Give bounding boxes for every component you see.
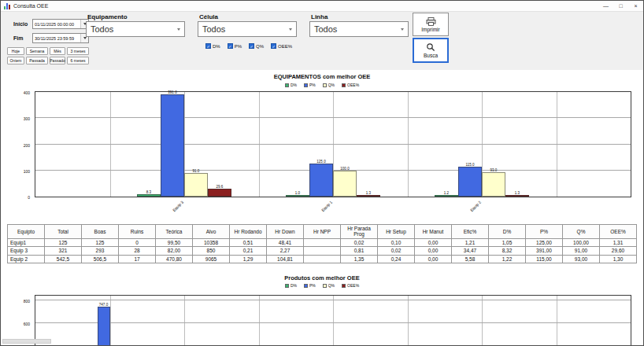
column-header[interactable]: Total xyxy=(45,225,82,239)
table-cell[interactable]: 93,00 xyxy=(563,255,600,263)
table-cell[interactable]: 17 xyxy=(119,255,156,263)
column-header[interactable]: P% xyxy=(526,225,563,239)
column-header[interactable]: Equipto xyxy=(8,225,45,239)
quick-range-button-6-meses[interactable]: 6 meses xyxy=(67,57,89,64)
legend-label: P% xyxy=(309,83,316,87)
table-cell[interactable]: 0,00 xyxy=(415,255,452,263)
table-cell[interactable]: 542,5 xyxy=(45,255,82,263)
table-cell[interactable]: 0,24 xyxy=(378,255,415,263)
table-cell[interactable]: 29,60 xyxy=(600,247,637,255)
table-cell[interactable]: 850 xyxy=(193,247,230,255)
table-cell[interactable]: 0,81 xyxy=(341,247,378,255)
column-header[interactable]: Q% xyxy=(563,225,600,239)
column-header[interactable]: Hr NPP xyxy=(304,225,341,239)
table-cell[interactable]: 99,50 xyxy=(156,238,193,246)
table-cell[interactable]: 104,81 xyxy=(267,255,304,263)
table-cell[interactable]: 5,58 xyxy=(452,255,489,263)
checkbox-icon: ✓ xyxy=(271,43,276,49)
quick-range-button-mês[interactable]: Mês xyxy=(50,47,65,55)
table-cell[interactable]: 0,00 xyxy=(415,247,452,255)
quick-range-button-3-meses[interactable]: 3 meses xyxy=(67,47,89,55)
table-cell[interactable]: 1,22 xyxy=(489,255,526,263)
column-header[interactable]: Hr Parada Prog xyxy=(341,225,378,239)
checkbox-p[interactable]: ✓P% xyxy=(228,43,242,49)
legend-label: OEE% xyxy=(347,83,359,87)
fim-date-input[interactable]: 30/11/2025 23:59:59 xyxy=(32,33,89,43)
table-cell[interactable]: 1,31 xyxy=(600,238,637,246)
table-cell[interactable]: 8,32 xyxy=(489,247,526,255)
column-header[interactable]: D% xyxy=(489,225,526,239)
bar-slot xyxy=(197,296,209,346)
table-cell[interactable] xyxy=(304,247,341,255)
celula-select[interactable]: Todos xyxy=(198,21,297,37)
table-cell[interactable]: 293 xyxy=(82,247,119,255)
quick-range-button-passado[interactable]: Passado xyxy=(50,57,65,64)
table-cell[interactable]: 0 xyxy=(119,238,156,246)
table-cell[interactable]: 2,27 xyxy=(267,247,304,255)
table-cell[interactable]: 28 xyxy=(119,247,156,255)
table-cell[interactable] xyxy=(304,255,341,263)
bar-slot: 125.0 xyxy=(309,92,333,197)
table-cell[interactable]: 0,02 xyxy=(378,247,415,255)
table-cell[interactable]: 34,47 xyxy=(452,247,489,255)
table-cell[interactable]: 9065 xyxy=(193,255,230,263)
column-header[interactable]: Ruins xyxy=(119,225,156,239)
horizontal-scrollbar[interactable] xyxy=(2,339,51,344)
table-cell[interactable]: 0,51 xyxy=(230,238,267,246)
table-cell[interactable]: 115,00 xyxy=(526,255,563,263)
bar-slot xyxy=(159,296,172,346)
column-header[interactable]: Hr Down xyxy=(267,225,304,239)
table-cell[interactable]: 0,10 xyxy=(378,238,415,246)
table-cell[interactable]: 470,80 xyxy=(156,255,193,263)
table-cell[interactable]: 48,41 xyxy=(267,238,304,246)
table-cell[interactable]: 125,00 xyxy=(526,238,563,246)
column-header[interactable]: Hr Setup xyxy=(378,225,415,239)
table-cell[interactable]: 321 xyxy=(45,247,82,255)
linha-select[interactable]: Todos xyxy=(309,21,409,37)
close-button[interactable]: × xyxy=(628,1,643,11)
checkbox-d[interactable]: ✓D% xyxy=(205,43,220,49)
minimize-button[interactable]: — xyxy=(598,1,613,11)
column-header[interactable]: Alvo xyxy=(193,225,230,239)
table-cell[interactable]: 125 xyxy=(82,238,119,246)
table-cell[interactable]: Equip 2 xyxy=(8,255,45,263)
column-header[interactable]: Hr Manut xyxy=(415,225,452,239)
quick-range-button-semana[interactable]: Semana xyxy=(26,47,48,55)
vertical-gridline xyxy=(259,92,260,197)
maximize-button[interactable]: □ xyxy=(613,1,628,11)
checkbox-oee[interactable]: ✓OEE% xyxy=(271,43,292,49)
table-cell[interactable]: 1,21 xyxy=(452,238,489,246)
table-cell[interactable]: Equip 3 xyxy=(8,247,45,255)
table-cell[interactable]: 1,29 xyxy=(230,255,267,263)
quick-range-button-hoje[interactable]: Hoje xyxy=(7,47,24,55)
quick-range-button-passada[interactable]: Passada xyxy=(26,57,48,64)
column-header[interactable]: Boas xyxy=(82,225,119,239)
table-cell[interactable]: Equip1 xyxy=(8,238,45,246)
table-cell[interactable]: 0,02 xyxy=(341,238,378,246)
column-header[interactable]: OEE% xyxy=(600,225,637,239)
table-cell[interactable]: 82,00 xyxy=(156,247,193,255)
table-cell[interactable]: 1,05 xyxy=(489,238,526,246)
table-cell[interactable]: 91,00 xyxy=(563,247,600,255)
quick-range-button-ontem[interactable]: Ontem xyxy=(7,57,24,64)
table-cell[interactable]: 1,35 xyxy=(341,255,378,263)
table-cell[interactable]: 125 xyxy=(45,238,82,246)
column-header[interactable]: Teórica xyxy=(156,225,193,239)
table-cell[interactable]: 506,5 xyxy=(82,255,119,263)
table-cell[interactable]: 100,00 xyxy=(563,238,600,246)
oee-bar: 1.3 xyxy=(505,195,529,197)
inicio-date-input[interactable]: 01/11/2025 00:00:00 xyxy=(32,19,89,29)
table-cell[interactable]: 0,00 xyxy=(415,238,452,246)
table-cell[interactable]: 0,21 xyxy=(230,247,267,255)
column-header[interactable]: Hr Rodando xyxy=(230,225,267,239)
bar-slot: 1.0 xyxy=(286,92,309,197)
checkbox-q[interactable]: ✓Q% xyxy=(249,43,264,49)
equipamento-select[interactable]: Todos xyxy=(86,21,185,37)
busca-button[interactable]: Busca xyxy=(413,38,449,63)
imprimir-button[interactable]: Imprimir xyxy=(413,13,449,36)
column-header[interactable]: Efic% xyxy=(452,225,489,239)
table-cell[interactable] xyxy=(304,238,341,246)
table-cell[interactable]: 1,30 xyxy=(600,255,637,263)
table-cell[interactable]: 10358 xyxy=(193,238,230,246)
table-cell[interactable]: 391,00 xyxy=(526,247,563,255)
